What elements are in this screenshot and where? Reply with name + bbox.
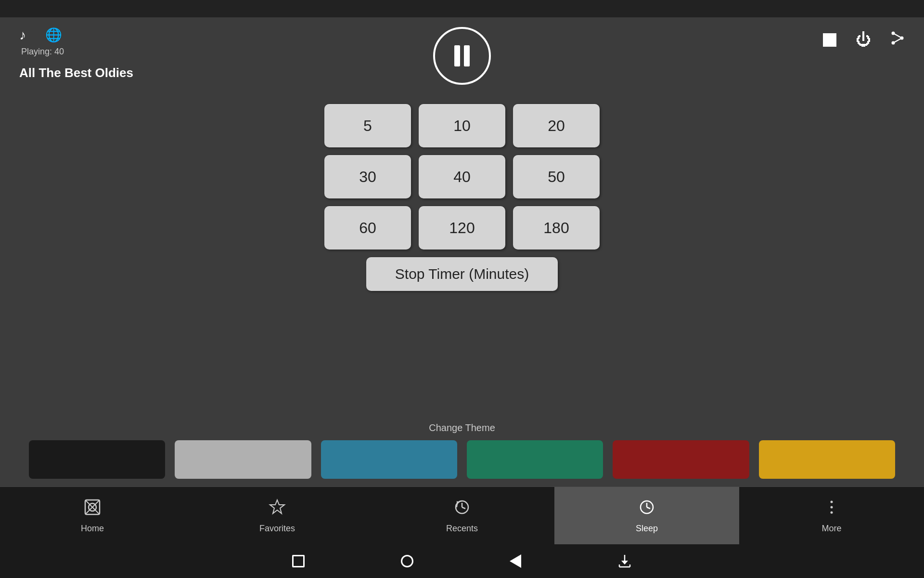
timer-button-120[interactable]: 120 (419, 206, 505, 250)
svg-line-16 (647, 507, 650, 509)
stop-timer-button[interactable]: Stop Timer (Minutes) (366, 257, 558, 291)
timer-button-5[interactable]: 5 (324, 104, 411, 147)
header-left: ♪ 🌐 Playing: 40 All The Best Oldies (19, 27, 133, 80)
timer-button-20[interactable]: 20 (513, 104, 600, 147)
timer-button-50[interactable]: 50 (513, 155, 600, 198)
nav-sleep[interactable]: Sleep (554, 487, 739, 544)
system-navigation (0, 544, 924, 578)
theme-swatch-yellow[interactable] (759, 440, 895, 479)
nav-recents[interactable]: Recents (370, 487, 554, 544)
timer-grid: 5 10 20 30 40 50 60 120 180 (324, 104, 600, 250)
status-bar (0, 0, 924, 17)
nav-home[interactable]: Home (0, 487, 185, 544)
svg-marker-9 (270, 500, 284, 513)
svg-line-4 (893, 38, 902, 43)
timer-button-10[interactable]: 10 (419, 104, 505, 147)
power-icon[interactable]: ⏻ (856, 31, 871, 49)
music-note-icon[interactable]: ♪ (19, 27, 26, 43)
theme-swatch-teal-blue[interactable] (321, 440, 457, 479)
nav-favorites[interactable]: Favorites (185, 487, 370, 544)
header-right-controls: ⏻ (823, 31, 905, 49)
more-icon (822, 498, 841, 521)
nav-more[interactable]: More (739, 487, 924, 544)
playing-text: Playing: 40 (21, 47, 64, 57)
nav-favorites-label: Favorites (259, 524, 295, 534)
star-icon (268, 498, 286, 521)
sys-download-button[interactable] (617, 554, 632, 568)
pause-button-container (433, 27, 491, 85)
nav-home-label: Home (81, 524, 104, 534)
main-content: ♪ 🌐 Playing: 40 All The Best Oldies ⏻ (0, 17, 924, 544)
svg-point-19 (831, 511, 833, 513)
home-icon (83, 498, 102, 521)
timer-button-40[interactable]: 40 (419, 155, 505, 198)
pause-button[interactable] (433, 27, 491, 85)
sys-recents-button[interactable] (510, 554, 521, 568)
svg-point-17 (831, 500, 833, 503)
nav-sleep-label: Sleep (636, 524, 658, 534)
svg-line-3 (893, 33, 902, 38)
theme-swatch-red[interactable] (613, 440, 749, 479)
theme-swatch-gray[interactable] (175, 440, 311, 479)
svg-point-18 (831, 506, 833, 508)
share-icon[interactable] (890, 31, 905, 49)
svg-marker-21 (621, 561, 628, 565)
header-icons-row: ♪ 🌐 (19, 27, 62, 43)
sys-home-button[interactable] (401, 555, 413, 567)
timer-button-60[interactable]: 60 (324, 206, 411, 250)
stop-button[interactable] (823, 33, 836, 47)
timer-button-180[interactable]: 180 (513, 206, 600, 250)
header: ♪ 🌐 Playing: 40 All The Best Oldies ⏻ (0, 17, 924, 94)
change-theme-label: Change Theme (429, 422, 495, 434)
timer-section: 5 10 20 30 40 50 60 120 180 Stop Timer (… (0, 94, 924, 413)
clock-icon (638, 498, 656, 521)
sys-back-button[interactable] (292, 555, 305, 567)
svg-line-12 (462, 507, 465, 509)
theme-swatch-black[interactable] (29, 440, 165, 479)
history-icon (453, 498, 471, 521)
nav-more-label: More (821, 524, 841, 534)
theme-swatches (0, 440, 924, 479)
bottom-navigation: Home Favorites Recents (0, 486, 924, 544)
pause-icon (454, 45, 470, 66)
theme-section: Change Theme (0, 413, 924, 486)
globe-icon[interactable]: 🌐 (45, 27, 62, 43)
nav-recents-label: Recents (446, 524, 478, 534)
station-name: All The Best Oldies (19, 66, 133, 80)
theme-swatch-teal-green[interactable] (467, 440, 603, 479)
timer-button-30[interactable]: 30 (324, 155, 411, 198)
